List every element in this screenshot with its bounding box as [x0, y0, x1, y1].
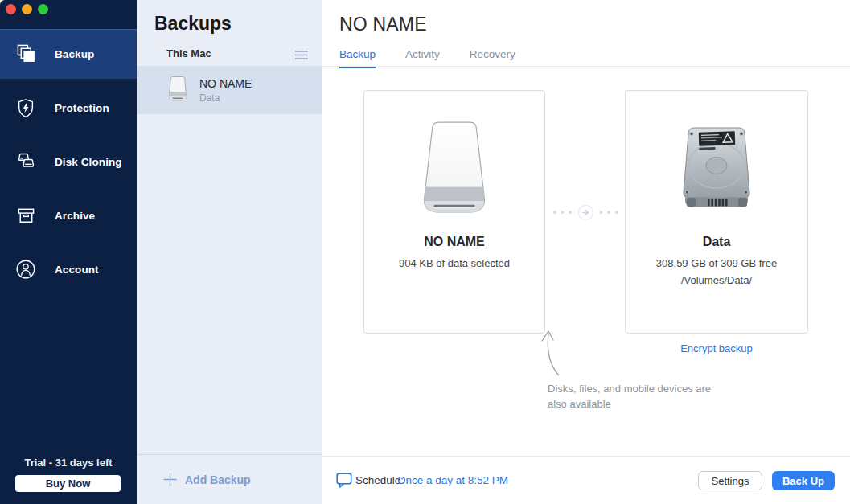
- shield-bolt-icon: [14, 96, 37, 119]
- tab-divider: [322, 66, 850, 67]
- hamburger-icon[interactable]: [294, 49, 309, 59]
- backup-list-panel: Backups This Mac NO NA: [137, 0, 322, 504]
- external-disk-icon: [166, 76, 190, 107]
- sidebar-item-backup[interactable]: Backup: [0, 29, 137, 79]
- sidebar-item-disk-cloning[interactable]: Disk Cloning: [0, 137, 137, 186]
- encrypt-backup-link[interactable]: Encrypt backup: [625, 342, 808, 354]
- panel-title: Backups: [154, 13, 232, 35]
- trial-days-label: Trial - 31 days left: [0, 457, 137, 469]
- sidebar-item-label: Account: [55, 264, 99, 276]
- sidebar-item-label: Disk Cloning: [55, 156, 122, 168]
- external-disk-icon: [410, 120, 499, 221]
- source-card-subtitle: 904 KB of data selected: [364, 257, 544, 269]
- close-window-button[interactable]: [6, 4, 16, 14]
- add-backup-button[interactable]: Add Backup: [137, 454, 322, 504]
- disk-cloning-icon: [14, 150, 37, 173]
- window-controls: [6, 4, 48, 14]
- user-circle-icon: [14, 258, 37, 281]
- sidebar-item-archive[interactable]: Archive: [0, 191, 137, 240]
- backup-list-item-no-name[interactable]: NO NAME Data: [137, 66, 322, 114]
- acronis-true-image-window: Backup Protection Disk Cloning: [0, 0, 850, 504]
- zoom-window-button[interactable]: [38, 4, 48, 14]
- group-label-this-mac: This Mac: [166, 47, 211, 59]
- buy-now-button[interactable]: Buy Now: [15, 475, 121, 492]
- destination-card-title: Data: [626, 235, 807, 249]
- internal-hdd-icon: [663, 123, 770, 216]
- sidebar-item-account[interactable]: Account: [0, 244, 137, 294]
- backup-destination-card[interactable]: Data 308.59 GB of 309 GB free /Volumes/D…: [625, 90, 808, 334]
- availability-hint: Disks, files, and mobile devices are als…: [548, 382, 749, 412]
- minimize-window-button[interactable]: [22, 4, 32, 14]
- schedule-value-link[interactable]: Once a day at 8:52 PM: [397, 474, 508, 486]
- archive-box-icon: [14, 204, 37, 227]
- sidebar-item-label: Archive: [55, 210, 95, 222]
- source-card-title: NO NAME: [364, 235, 544, 249]
- settings-button[interactable]: Settings: [698, 471, 762, 490]
- sidebar: Backup Protection Disk Cloning: [0, 0, 137, 504]
- backup-layers-icon: [14, 43, 37, 65]
- hint-line-2: also available: [548, 397, 749, 412]
- back-up-button[interactable]: Back Up: [772, 471, 835, 490]
- page-title: NO NAME: [339, 14, 427, 35]
- sidebar-item-label: Backup: [55, 48, 94, 60]
- destination-free-space: 308.59 GB of 309 GB free: [626, 257, 807, 269]
- list-item-subtitle: Data: [199, 92, 220, 104]
- speech-bubble-icon: [336, 473, 352, 491]
- hint-line-1: Disks, files, and mobile devices are: [548, 382, 749, 397]
- add-backup-label: Add Backup: [185, 473, 251, 486]
- sidebar-item-protection[interactable]: Protection: [0, 83, 137, 133]
- backup-source-card[interactable]: NO NAME 904 KB of data selected: [363, 90, 545, 334]
- plus-icon: [163, 473, 177, 490]
- destination-path: /Volumes/Data/: [626, 274, 807, 286]
- arrow-right-circle-icon: [552, 203, 618, 221]
- main-content: NO NAME Backup Activity Recovery: [322, 0, 850, 504]
- curved-arrow-icon: [534, 328, 571, 381]
- footer-divider: [322, 456, 850, 457]
- sidebar-item-label: Protection: [55, 102, 109, 114]
- list-item-title: NO NAME: [199, 77, 252, 90]
